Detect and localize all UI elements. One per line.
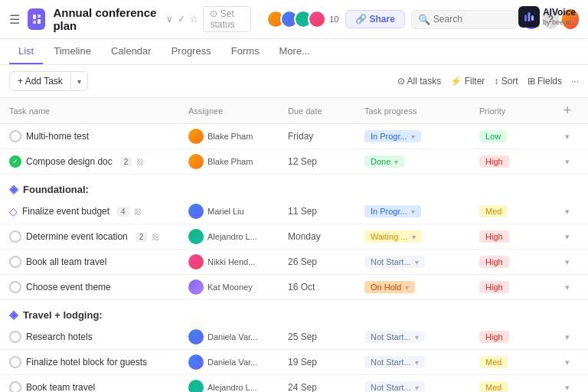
priority-cell[interactable]: Med	[479, 381, 556, 392]
table-row[interactable]: Multi-home test Blake Pham Friday In Pro…	[0, 124, 588, 149]
status-cell[interactable]: Not Start... ▾	[364, 381, 479, 392]
dropdown-icon[interactable]: ∨	[166, 14, 173, 24]
priority-badge[interactable]: Low	[479, 130, 507, 142]
table-row[interactable]: Book all team travel Nikki Hend... 26 Se…	[0, 250, 588, 275]
nav-tabs: List Timeline Calendar Progress Forms Mo…	[0, 39, 588, 65]
status-badge[interactable]: On Hold ▾	[364, 281, 415, 293]
add-task-button[interactable]: + Add Task ▾	[9, 71, 88, 91]
table-row[interactable]: ✓ Compose design doc 2 ⛓ Blake Pham 12 S…	[0, 149, 588, 175]
row-expand[interactable]: ▾	[556, 157, 579, 167]
col-task-name: Task name	[9, 103, 188, 119]
search-box[interactable]: 🔍	[411, 10, 517, 29]
due-date: 19 Sep	[288, 357, 364, 368]
task-check[interactable]	[9, 331, 21, 343]
task-check[interactable]	[9, 356, 21, 368]
status-cell[interactable]: Not Start... ▾	[364, 331, 479, 343]
task-check[interactable]: ✓	[9, 155, 21, 168]
priority-badge[interactable]: High	[479, 256, 509, 268]
status-cell[interactable]: Not Start... ▾	[364, 256, 479, 268]
task-check[interactable]	[9, 381, 21, 392]
priority-badge[interactable]: Med	[479, 205, 508, 217]
tab-more[interactable]: More...	[270, 39, 319, 64]
status-cell[interactable]: Waiting ... ▾	[364, 230, 479, 243]
status-badge[interactable]: Not Start... ▾	[364, 256, 425, 268]
set-status-btn[interactable]: ⊙ Set status	[203, 6, 251, 32]
priority-cell[interactable]: Med	[479, 205, 556, 217]
tab-progress[interactable]: Progress	[162, 39, 220, 64]
table-row[interactable]: Finalize hotel block for guests Daniela …	[0, 350, 588, 375]
search-input[interactable]	[433, 14, 510, 24]
priority-cell[interactable]: High	[479, 256, 556, 268]
priority-cell[interactable]: Low	[479, 130, 556, 142]
priority-cell[interactable]: Med	[479, 356, 556, 368]
priority-badge[interactable]: High	[479, 331, 509, 343]
status-badge[interactable]: Waiting ... ▾	[364, 230, 422, 243]
table-row[interactable]: Book team travel Alejandro L... 24 Sep N…	[0, 375, 588, 392]
status-badge[interactable]: Done ▾	[364, 155, 404, 168]
table-row[interactable]: Choose event theme Kat Mooney 16 Oct On …	[0, 275, 588, 300]
sort-btn[interactable]: ↕ Sort	[494, 76, 518, 87]
table-row[interactable]: Research hotels Daniela Var... 25 Sep No…	[0, 325, 588, 350]
priority-cell[interactable]: High	[479, 230, 556, 243]
tab-timeline[interactable]: Timeline	[44, 39, 100, 64]
task-badge: 2	[136, 232, 148, 242]
check-icon[interactable]: ✓	[178, 14, 185, 24]
status-cell[interactable]: In Progr... ▾	[364, 130, 479, 142]
row-expand[interactable]: ▾	[556, 383, 579, 393]
menu-icon[interactable]: ☰	[9, 12, 20, 27]
filter-btn[interactable]: ⚡ Filter	[450, 76, 485, 87]
more-btn[interactable]: ···	[571, 76, 579, 87]
status-cell[interactable]: In Progr... ▾	[364, 205, 479, 217]
table-row[interactable]: Determine event location 2 ⛓ Alejandro L…	[0, 224, 588, 250]
tab-forms[interactable]: Forms	[222, 39, 269, 64]
add-task-dropdown[interactable]: ▾	[71, 74, 87, 90]
priority-cell[interactable]: High	[479, 331, 556, 343]
priority-badge[interactable]: High	[479, 155, 509, 168]
add-column-btn[interactable]: +	[556, 103, 579, 119]
task-check[interactable]	[9, 281, 21, 293]
status-badge[interactable]: Not Start... ▾	[364, 381, 425, 392]
tab-list[interactable]: List	[9, 39, 43, 64]
row-expand[interactable]: ▾	[556, 132, 579, 142]
status-badge[interactable]: Not Start... ▾	[364, 331, 425, 343]
priority-badge[interactable]: Med	[479, 381, 508, 392]
priority-badge[interactable]: High	[479, 230, 509, 243]
share-button[interactable]: 🔗 Share	[345, 10, 405, 28]
add-task-label[interactable]: + Add Task	[10, 72, 70, 90]
status-cell[interactable]: Not Start... ▾	[364, 356, 479, 368]
all-tasks-btn[interactable]: ⊙ All tasks	[397, 76, 441, 87]
col-priority: Priority	[479, 103, 556, 119]
row-expand[interactable]: ▾	[556, 332, 579, 342]
table-row[interactable]: ◇ Finalize event budget 4 ⛓ Mariel Liu 1…	[0, 199, 588, 224]
priority-cell[interactable]: High	[479, 281, 556, 293]
due-date: Friday	[288, 131, 364, 142]
svg-rect-4	[524, 15, 527, 21]
task-check[interactable]	[9, 230, 21, 243]
task-name: Multi-home test	[26, 131, 89, 142]
status-badge[interactable]: In Progr... ▾	[364, 130, 421, 142]
row-expand[interactable]: ▾	[556, 232, 579, 242]
status-badge[interactable]: Not Start... ▾	[364, 356, 425, 368]
row-expand[interactable]: ▾	[556, 283, 579, 292]
status-cell[interactable]: Done ▾	[364, 155, 479, 168]
priority-badge[interactable]: Med	[479, 356, 508, 368]
task-check[interactable]	[9, 130, 21, 142]
task-name-cell: Research hotels	[9, 331, 188, 343]
tab-calendar[interactable]: Calendar	[102, 39, 161, 64]
row-expand[interactable]: ▾	[556, 207, 579, 217]
fields-btn[interactable]: ⊞ Fields	[528, 76, 562, 87]
status-badge[interactable]: In Progr... ▾	[364, 205, 421, 217]
avatar	[188, 254, 204, 270]
star-icon[interactable]: ☆	[190, 14, 198, 24]
row-expand[interactable]: ▾	[556, 358, 579, 368]
row-expand[interactable]: ▾	[556, 257, 579, 267]
task-name: Finalize hotel block for guests	[26, 357, 147, 368]
task-check[interactable]	[9, 256, 21, 268]
priority-badge[interactable]: High	[479, 281, 509, 293]
toolbar-right: ⊙ All tasks ⚡ Filter ↕ Sort ⊞ Fields ···	[397, 76, 579, 87]
assignee-cell: Nikki Hend...	[188, 254, 288, 270]
priority-cell[interactable]: High	[479, 155, 556, 168]
status-cell[interactable]: On Hold ▾	[364, 281, 479, 293]
section-icon: ◈	[9, 308, 18, 322]
svg-rect-5	[528, 12, 530, 21]
